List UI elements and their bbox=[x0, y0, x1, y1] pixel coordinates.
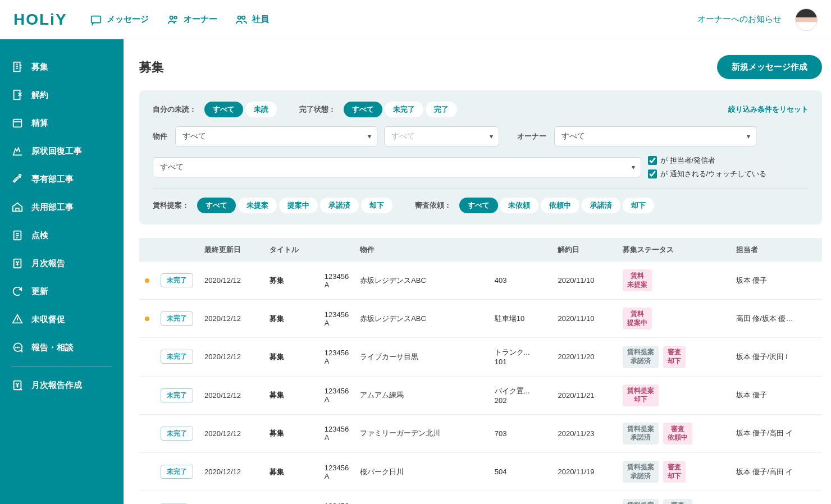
sidebar-item-monthly[interactable]: 月次報告 bbox=[0, 249, 124, 277]
cell: 123456A bbox=[319, 491, 354, 504]
topnav: メッセージオーナー社員 bbox=[90, 13, 697, 26]
cell: 募集 bbox=[264, 491, 319, 504]
pill-complete-すべて[interactable]: すべて bbox=[344, 102, 382, 117]
cell: 2020/11/21 bbox=[552, 376, 617, 414]
sidebar-item-settle[interactable]: 精算 bbox=[0, 109, 124, 137]
column-header: 物件 bbox=[354, 238, 489, 262]
owner-notice-link[interactable]: オーナーへのお知らせ bbox=[697, 14, 782, 25]
cell: 2020/11/23 bbox=[552, 491, 617, 504]
shared-icon bbox=[11, 201, 24, 213]
pill-unread-未読[interactable]: 未読 bbox=[245, 102, 277, 117]
cell: 2020/11/23 bbox=[552, 414, 617, 452]
property-filter-label: 物件 bbox=[153, 131, 167, 141]
cell: 未完了 bbox=[155, 376, 199, 414]
pill-rent-承諾済[interactable]: 承諾済 bbox=[320, 198, 359, 213]
column-header: 担当者 bbox=[730, 238, 822, 262]
cell: 募集 bbox=[264, 338, 319, 376]
checkbox-assignee-input[interactable] bbox=[648, 156, 657, 165]
property-select[interactable]: すべて bbox=[175, 126, 377, 146]
data-table: 最終更新日タイトル物件解約日募集ステータス担当者 未完了2020/12/12募集… bbox=[139, 238, 822, 504]
pill-review-依頼中[interactable]: 依頼中 bbox=[541, 198, 579, 213]
unread-dot-icon bbox=[145, 278, 149, 283]
pill-review-承諾済[interactable]: 承諾済 bbox=[582, 198, 620, 213]
table-row[interactable]: 未完了2020/12/12募集123456Aライブカーサ目黒トランク...101… bbox=[139, 338, 822, 376]
column-header bbox=[319, 238, 354, 262]
sidebar-item-label: 更新 bbox=[31, 286, 48, 297]
cell: 坂本 優子/高田 イ bbox=[730, 414, 822, 452]
inspect-icon bbox=[11, 229, 24, 241]
status-badge: 未完了 bbox=[161, 427, 193, 441]
pill-rent-却下[interactable]: 却下 bbox=[361, 198, 392, 213]
recruit-status-tag: 賃料提案却下 bbox=[623, 384, 659, 406]
sidebar-item-label: 共用部工事 bbox=[31, 202, 74, 213]
avatar[interactable] bbox=[795, 8, 818, 31]
cell: 2020/11/19 bbox=[552, 452, 617, 491]
sidebar-item-consult[interactable]: 報告・相談 bbox=[0, 333, 124, 361]
sidebar-item-label: 解約 bbox=[31, 90, 48, 100]
table-row[interactable]: 未完了2020/12/12募集123456A赤坂レジデンスABC4032020/… bbox=[139, 262, 822, 300]
topnav-owner[interactable]: オーナー bbox=[167, 13, 217, 26]
table-row[interactable]: 完了2020/12/12募集123456A渋谷パレス6052020/11/23賃… bbox=[139, 491, 822, 504]
sidebar-item-restore[interactable]: 原状回復工事 bbox=[0, 137, 124, 165]
table-row[interactable]: 未完了2020/12/12募集123456Aファミリーガーデン北川7032020… bbox=[139, 414, 822, 452]
cell: 504 bbox=[489, 452, 553, 491]
consult-icon bbox=[11, 341, 24, 354]
owner-select[interactable]: すべて bbox=[554, 126, 756, 146]
table-row[interactable]: 未完了2020/12/12募集123456A赤坂レジデンスABC駐車場10202… bbox=[139, 300, 822, 338]
status-badge: 未完了 bbox=[161, 465, 193, 479]
cell: 2020/11/10 bbox=[552, 300, 617, 338]
cell: 賃料提案承諾済審査却下 bbox=[617, 338, 730, 376]
sidebar-item-inspect[interactable]: 点検 bbox=[0, 221, 124, 249]
sidebar-item-exclusive[interactable]: 専有部工事 bbox=[0, 165, 124, 193]
restore-icon bbox=[11, 145, 24, 157]
table-row[interactable]: 未完了2020/12/12募集123456A桜パーク日川5042020/11/1… bbox=[139, 452, 822, 491]
topnav-message[interactable]: メッセージ bbox=[90, 13, 149, 26]
filter-panel: 自分の未読： すべて 未読 完了状態： すべて 未完了 完了 絞り込み条件をリセ… bbox=[139, 90, 822, 224]
sidebar-item-monthly-create[interactable]: 月次報告作成 bbox=[0, 371, 124, 399]
cell: 坂本 優子/高田 イ bbox=[730, 452, 822, 491]
sidebar-item-update[interactable]: 更新 bbox=[0, 277, 124, 305]
sidebar-item-dunning[interactable]: 未収督促 bbox=[0, 305, 124, 333]
cell bbox=[139, 376, 155, 414]
pill-complete-未完了[interactable]: 未完了 bbox=[385, 102, 423, 117]
cell: ライブカーサ目黒 bbox=[354, 338, 489, 376]
column-header bbox=[155, 238, 199, 262]
pill-rent-未提案[interactable]: 未提案 bbox=[238, 198, 277, 213]
unread-dot-icon bbox=[145, 317, 149, 321]
sidebar-item-cancel[interactable]: 解約 bbox=[0, 81, 124, 109]
checkbox-watching-input[interactable] bbox=[648, 169, 657, 178]
main: 募集 新規メッセージ作成 自分の未読： すべて 未読 完了状態： すべて 未完了… bbox=[124, 39, 831, 504]
sidebar-item-label: 点検 bbox=[31, 230, 48, 241]
table-row[interactable]: 未完了2020/12/12募集123456Aアムアム練馬バイク置...20220… bbox=[139, 376, 822, 414]
column-header: 最終更新日 bbox=[199, 238, 264, 262]
owner-filter-label: オーナー bbox=[517, 131, 546, 141]
recruit-status-tag: 賃料未提案 bbox=[623, 269, 652, 291]
pill-review-未依頼[interactable]: 未依頼 bbox=[500, 198, 538, 213]
column-header: タイトル bbox=[264, 238, 319, 262]
checkbox-assignee[interactable]: が 担当者/発信者 bbox=[648, 155, 766, 166]
pill-review-却下[interactable]: 却下 bbox=[623, 198, 654, 213]
cell: 桜パーク日川 bbox=[354, 452, 489, 491]
cell: 2020/12/12 bbox=[199, 414, 264, 452]
pill-review-すべて[interactable]: すべて bbox=[459, 198, 498, 213]
cell: 坂本 優子 bbox=[730, 262, 822, 300]
checkbox-watching[interactable]: が 通知される/ウォッチしている bbox=[648, 169, 766, 179]
person-select[interactable]: すべて bbox=[153, 157, 641, 177]
cell bbox=[139, 300, 155, 338]
pill-rent-提案中[interactable]: 提案中 bbox=[279, 198, 318, 213]
pill-complete-完了[interactable]: 完了 bbox=[426, 102, 457, 117]
reset-filters-link[interactable]: 絞り込み条件をリセット bbox=[728, 104, 809, 114]
sidebar-item-recruit[interactable]: 募集 bbox=[0, 53, 124, 81]
sidebar-item-shared[interactable]: 共用部工事 bbox=[0, 193, 124, 221]
cell: 123456A bbox=[319, 262, 354, 300]
pill-unread-すべて[interactable]: すべて bbox=[204, 102, 243, 117]
page-head: 募集 新規メッセージ作成 bbox=[139, 55, 822, 79]
new-message-button[interactable]: 新規メッセージ作成 bbox=[717, 55, 822, 79]
property-sub-select[interactable]: すべて bbox=[384, 126, 499, 146]
cell: 2020/12/12 bbox=[199, 452, 264, 491]
cell: 未完了 bbox=[155, 338, 199, 376]
column-header: 解約日 bbox=[552, 238, 617, 262]
cell bbox=[139, 414, 155, 452]
pill-rent-すべて[interactable]: すべて bbox=[197, 198, 236, 213]
topnav-staff[interactable]: 社員 bbox=[235, 13, 269, 26]
